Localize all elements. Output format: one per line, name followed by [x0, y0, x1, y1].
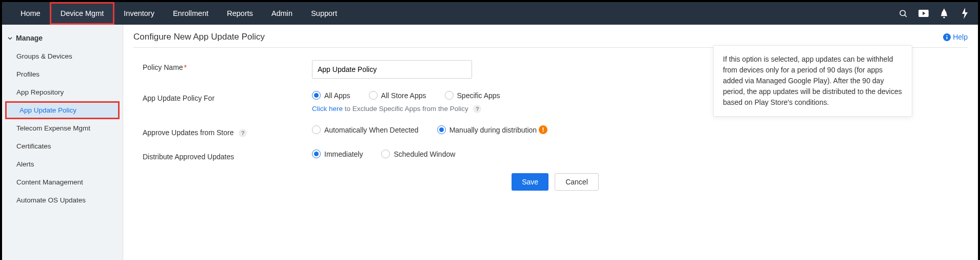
sidebar-item-profiles[interactable]: Profiles — [2, 65, 123, 83]
save-button[interactable]: Save — [512, 173, 548, 191]
radio-label: All Apps — [324, 91, 350, 100]
svg-point-8 — [947, 35, 948, 36]
sidebar-item-app-update-policy[interactable]: App Update Policy — [5, 101, 120, 119]
warning-icon: ! — [539, 125, 547, 134]
radio-mark — [445, 91, 454, 100]
sidebar-item-content-management[interactable]: Content Management — [2, 173, 123, 191]
approve-label: Approve Updates from Store ? — [143, 125, 312, 137]
policy-for-label: App Update Policy For — [143, 91, 312, 102]
nav-tab-admin[interactable]: Admin — [262, 2, 302, 25]
top-nav: HomeDevice MgmtInventoryEnrollmentReport… — [2, 2, 978, 25]
help-link[interactable]: Help — [943, 33, 968, 41]
sidebar-item-alerts[interactable]: Alerts — [2, 155, 123, 173]
sidebar-item-app-repository[interactable]: App Repository — [2, 83, 123, 101]
nav-tab-reports[interactable]: Reports — [218, 2, 262, 25]
nav-tab-home[interactable]: Home — [11, 2, 50, 25]
nav-tab-enrollment[interactable]: Enrollment — [164, 2, 218, 25]
radio-automatically-when-detected[interactable]: Automatically When Detected — [312, 125, 419, 134]
radio-label: Specific Apps — [457, 91, 500, 100]
main-content: Configure New App Update Policy Help Pol… — [123, 25, 978, 260]
bell-icon[interactable] — [938, 7, 950, 20]
nav-tab-support[interactable]: Support — [302, 2, 346, 25]
nav-tab-inventory[interactable]: Inventory — [114, 2, 164, 25]
page-title: Configure New App Update Policy — [133, 32, 265, 42]
exclude-link[interactable]: Click here — [312, 105, 343, 113]
radio-immediately[interactable]: Immediately — [312, 150, 363, 158]
radio-label: Automatically When Detected — [324, 126, 419, 134]
radio-mark — [369, 91, 378, 100]
svg-line-1 — [905, 15, 907, 17]
sidebar: Manage Groups & DevicesProfilesApp Repos… — [2, 25, 123, 260]
chevron-down-icon — [7, 35, 13, 41]
sidebar-group-label: Manage — [16, 34, 43, 42]
radio-all-store-apps[interactable]: All Store Apps — [369, 91, 426, 100]
radio-scheduled-window[interactable]: Scheduled Window — [381, 150, 455, 158]
svg-point-4 — [943, 16, 945, 18]
radio-mark — [312, 91, 321, 100]
sidebar-item-certificates[interactable]: Certificates — [2, 137, 123, 155]
bolt-icon[interactable] — [958, 7, 971, 20]
help-icon[interactable]: ? — [239, 129, 247, 137]
radio-manually-during-distribution[interactable]: Manually during distribution! — [437, 125, 547, 134]
sidebar-group-manage[interactable]: Manage — [2, 31, 123, 47]
nav-tab-device-mgmt[interactable]: Device Mgmt — [50, 2, 115, 25]
radio-label: Manually during distribution — [449, 126, 537, 134]
radio-mark — [312, 125, 321, 134]
tooltip-text: If this option is selected, app updates … — [723, 55, 902, 106]
video-icon[interactable] — [917, 7, 930, 20]
radio-specific-apps[interactable]: Specific Apps — [445, 91, 500, 100]
sidebar-item-groups-devices[interactable]: Groups & Devices — [2, 47, 123, 65]
svg-rect-7 — [947, 36, 948, 39]
radio-mark — [312, 150, 321, 158]
cancel-button[interactable]: Cancel — [555, 173, 599, 191]
distribute-label: Distribute Approved Updates — [143, 150, 312, 161]
help-label: Help — [953, 33, 968, 41]
policy-name-label: Policy Name* — [143, 60, 312, 71]
sidebar-item-automate-os-updates[interactable]: Automate OS Updates — [2, 191, 123, 209]
radio-all-apps[interactable]: All Apps — [312, 91, 350, 100]
radio-label: Immediately — [324, 150, 363, 158]
search-icon[interactable] — [897, 7, 909, 20]
radio-mark — [381, 150, 390, 158]
radio-mark — [437, 125, 446, 134]
sidebar-item-telecom-expense-mgmt[interactable]: Telecom Expense Mgmt — [2, 119, 123, 137]
svg-marker-5 — [962, 8, 968, 19]
radio-label: Scheduled Window — [394, 150, 455, 158]
svg-point-0 — [900, 10, 905, 15]
help-icon[interactable]: ? — [473, 105, 481, 113]
policy-name-input[interactable] — [312, 60, 472, 79]
tooltip-card: If this option is selected, app updates … — [713, 45, 912, 117]
radio-label: All Store Apps — [381, 91, 426, 100]
